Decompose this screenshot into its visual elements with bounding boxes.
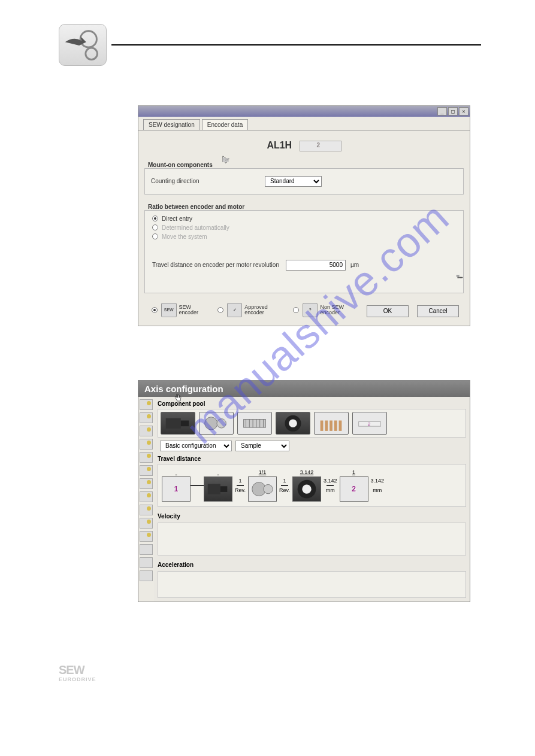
pool-bottles-icon[interactable] (314, 412, 349, 435)
pool-drum-icon[interactable] (276, 412, 310, 435)
chain-motor-block[interactable] (204, 476, 232, 502)
axis-config-panel: Axis configuration Component (138, 380, 470, 602)
encoder-motor-diagram-icon (372, 247, 456, 283)
logo-sew: SEW (59, 663, 85, 676)
sidebar-btn-1[interactable] (140, 399, 153, 410)
axis-title-text: Axis configuration (144, 384, 223, 394)
svg-rect-18 (330, 420, 333, 430)
chain-gear-block[interactable] (248, 476, 277, 502)
svg-point-26 (264, 484, 273, 493)
nonsew-encoder-icon: ? (303, 303, 318, 317)
velocity-section-label: Velocity (158, 512, 466, 521)
group-mount-label: Mount-on components (144, 160, 464, 168)
sidebar-btn-2[interactable] (140, 412, 153, 423)
travel-distance-label: Travel distance on encoder per motor rev… (152, 262, 281, 268)
gear-ratio-label: 1/1 (259, 469, 267, 475)
sidebar-btn-8[interactable] (140, 491, 153, 502)
radio-sew-encoder[interactable] (149, 307, 160, 313)
radio-move-label: Move the system (162, 233, 207, 240)
travel-distance-section-label: Travel distance (158, 454, 466, 464)
sidebar-btn-7[interactable] (140, 478, 153, 489)
component-pool: 2 (158, 409, 466, 438)
approved-encoder-icon: ✓ (227, 303, 243, 317)
svg-point-12 (217, 418, 226, 427)
footer-logo: SEW EURODRIVE (54, 602, 481, 684)
svg-rect-20 (339, 420, 342, 430)
ok-button[interactable]: OK (367, 305, 409, 317)
travel-distance-chain: 1 1 Rev. 1/1 (158, 464, 466, 507)
svg-rect-8 (460, 277, 463, 278)
counting-direction-select[interactable]: Standard (265, 176, 322, 187)
header-params-icon (59, 24, 107, 66)
sidebar-btn-10[interactable] (140, 518, 153, 529)
sidebar-btn-5[interactable] (140, 452, 153, 463)
close-button[interactable]: × (459, 107, 468, 116)
svg-point-15 (289, 419, 297, 427)
travel-distance-input[interactable] (286, 260, 346, 271)
axis-sidebar (138, 397, 154, 602)
svg-rect-2 (223, 158, 229, 160)
drum-top-value: 3.142 (300, 469, 314, 475)
pool-coupling-icon[interactable] (237, 412, 272, 435)
sidebar-btn-11[interactable] (140, 531, 153, 542)
radio-nonsew-encoder[interactable] (291, 307, 301, 313)
scale-top-value: 1 (352, 469, 355, 475)
velocity-box (158, 523, 466, 555)
minimize-button[interactable]: _ (437, 107, 447, 116)
pool-gear-icon[interactable] (199, 412, 234, 435)
svg-rect-13 (244, 419, 266, 427)
acceleration-section-label: Acceleration (158, 560, 466, 570)
chain-scale-block[interactable]: 2 (340, 476, 368, 502)
group-ratio: Direct entry Determined automatically Mo… (144, 210, 464, 293)
chain-encoder-block[interactable]: 1 (162, 476, 191, 502)
approved-encoder-label: Approved encoder (244, 305, 285, 315)
radio-direct-entry[interactable]: Direct entry (145, 214, 463, 223)
encoder-model: AL1H (267, 140, 292, 150)
sew-encoder-label: SEW encoder (179, 305, 209, 315)
group-ratio-label: Ratio between encoder and motor (144, 202, 464, 210)
tab-encoder-data[interactable]: Encoder data (202, 119, 249, 130)
svg-rect-5 (457, 275, 460, 277)
travel-unit: µm (350, 262, 359, 268)
sidebar-btn-9[interactable] (140, 505, 153, 515)
svg-point-1 (86, 48, 98, 60)
svg-rect-17 (325, 420, 328, 430)
radio-approved-encoder[interactable] (215, 307, 226, 313)
svg-rect-23 (208, 484, 220, 494)
pool-scale-icon[interactable]: 2 (352, 412, 387, 435)
drum-out-unit: mm (325, 487, 335, 493)
final-value: 3.142 (371, 478, 385, 484)
cancel-button[interactable]: Cancel (417, 305, 459, 317)
gear-out-unit: Rev. (279, 487, 290, 493)
sidebar-btn-12[interactable] (140, 544, 153, 555)
acceleration-box (158, 571, 466, 598)
svg-point-11 (205, 417, 217, 429)
svg-rect-19 (334, 420, 337, 430)
maximize-button[interactable]: □ (448, 107, 458, 116)
svg-rect-24 (220, 486, 228, 492)
radio-auto: Determined automatically (145, 223, 463, 232)
basic-config-select[interactable]: Basic configuration (160, 441, 232, 451)
counting-direction-label: Counting direction (151, 178, 259, 184)
encoder-type-row: SEW SEW encoder ✓ Approved encoder ? Non… (144, 300, 464, 322)
sidebar-btn-4[interactable] (140, 439, 153, 450)
final-unit: mm (372, 487, 383, 493)
encoder-dialog: _ □ × SEW designation Encoder data AL1H … (138, 105, 470, 326)
sidebar-btn-14[interactable] (140, 570, 153, 581)
sample-select[interactable]: Sample (235, 441, 289, 451)
motor-out-value: 1 (235, 478, 246, 484)
pool-motor-icon[interactable] (161, 412, 195, 435)
motor-out-unit: Rev. (235, 487, 246, 493)
logo-eurodrive: EURODRIVE (59, 676, 96, 682)
svg-rect-10 (181, 420, 189, 426)
svg-rect-3 (223, 160, 229, 162)
chain-drum-block[interactable] (292, 476, 321, 502)
svg-text:2: 2 (368, 421, 370, 427)
group-mount: Counting direction Standard (144, 168, 464, 195)
sidebar-btn-3[interactable] (140, 426, 153, 436)
sidebar-btn-6[interactable] (140, 465, 153, 476)
page-header (54, 24, 481, 66)
sidebar-btn-13[interactable] (140, 557, 153, 568)
gear-out-value: 1 (279, 478, 290, 484)
tab-sew-designation[interactable]: SEW designation (143, 119, 200, 130)
